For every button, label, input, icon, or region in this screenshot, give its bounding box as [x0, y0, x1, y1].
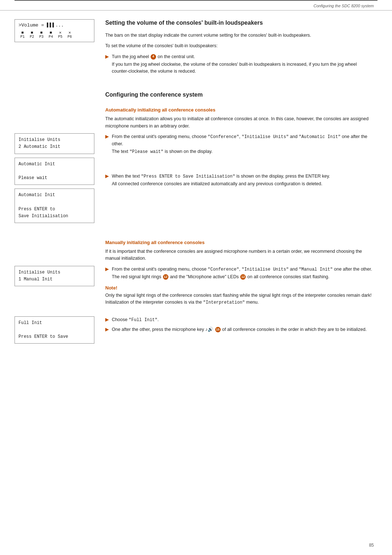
page-header: Configuring the SDC 8200 system	[0, 1, 392, 11]
manual-init-right1: ▶ From the central unit's operating menu…	[102, 266, 374, 311]
subsection1-para1: The automatic initialization allows you …	[105, 116, 374, 130]
auto-init-right1: ▶ From the central unit's operating menu…	[102, 133, 374, 191]
badge-4: 4	[151, 54, 156, 60]
bullet-arrow-auto2: ▶	[105, 173, 109, 179]
header-text: Configuring the SDC 8200 system	[314, 4, 374, 8]
bullet-arrow-man3: ▶	[105, 327, 109, 332]
p-label-6: P6	[66, 35, 74, 39]
subsection1-bullet2-text: When the text "Press ENTER to Save Initi…	[112, 173, 330, 188]
section2-title-wrapper: Configuring the conference system	[15, 91, 374, 99]
auto-init-left1: Initialise Units 2 Automatic Init Automa…	[15, 133, 102, 227]
section-spacer	[15, 84, 374, 91]
display-box-5: Full Init Press ENTER to Save	[15, 316, 94, 344]
display3-line1: Automatic Init	[19, 192, 90, 199]
p-label-5: P5	[56, 35, 64, 39]
display2-line1: Automatic Init	[19, 161, 90, 168]
bullet-arrow-auto1: ▶	[105, 134, 109, 139]
subsection1-bullet2: ▶ When the text "Press ENTER to Save Ini…	[105, 173, 374, 188]
section1-title: Setting the volume of the consoles' buil…	[105, 19, 374, 27]
display3-line3: Press ENTER to	[19, 206, 90, 213]
subsection2-title: Manually initializing all conference con…	[105, 240, 374, 245]
icon-p1: ■	[19, 31, 26, 35]
section-volume-left: >Volume = ▌▌▌... ■ ■ ■ ■ ✕ ✕ P1	[15, 19, 102, 46]
display5-line2	[19, 327, 90, 333]
volume-text: >Volume = ▌▌▌...	[19, 23, 64, 28]
section-volume-right: Setting the volume of the consoles' buil…	[102, 19, 374, 78]
subsection2-para1: If it is important that the conference c…	[105, 248, 374, 262]
icon-and-labels: ■ ■ ■ ■ ✕ ✕ P1 P2 P3 P4 P5	[19, 30, 90, 39]
page-number: 85	[369, 543, 374, 548]
subsection2-bullet1-sub: The red signal light rings 12 and the "M…	[112, 274, 372, 280]
display2-line2	[19, 168, 90, 175]
auto-init-row1: Initialise Units 2 Automatic Init Automa…	[15, 133, 374, 227]
display5-line3: Press ENTER to Save	[19, 333, 90, 340]
subsection2-bullet1: ▶ From the central unit's operating menu…	[105, 266, 374, 281]
display3-line4: Save Initialisation	[19, 213, 90, 220]
full-init-row: Full Init Press ENTER to Save ▶ Choose "…	[15, 316, 374, 348]
p-label-2: P2	[28, 35, 36, 39]
subsection1-bullet2-sub: All connected conference consoles are in…	[112, 181, 330, 187]
display-box-3: Automatic Init Press ENTER to Save Initi…	[15, 189, 94, 223]
section1-intro2: To set the volume of the consoles' built…	[105, 42, 374, 49]
icon-p5: ✕	[56, 30, 64, 35]
display4-line1: Initialise Units	[19, 269, 90, 276]
note-box: Note! Only the signal light rings of the…	[105, 285, 374, 306]
subsection2-title-wrapper: Manually initializing all conference con…	[15, 240, 374, 262]
manual-init-left1: Initialise Units 1 Manual Init	[15, 266, 102, 290]
manual-init-row1: Initialise Units 1 Manual Init ▶ From th…	[15, 266, 374, 311]
subsection1-bullet1-text: From the central unit's operating menu, …	[112, 133, 374, 155]
display1-line2: 2 Automatic Init	[19, 143, 90, 150]
badge-12a: 12	[163, 274, 168, 280]
full-init-left: Full Init Press ENTER to Save	[15, 316, 102, 348]
full-init-right: ▶ Choose "Full Init". ▶ One after the ot…	[102, 316, 374, 336]
display2-line3: Please wait	[19, 175, 90, 182]
p-label-4: P4	[47, 35, 55, 39]
icon-p3: ■	[37, 31, 45, 35]
p-label-1: P1	[19, 35, 26, 39]
subsection2-bullet3-text: One after the other, press the microphon…	[112, 326, 367, 333]
spacer-between-subs	[15, 232, 374, 240]
icon-p2: ■	[28, 31, 36, 35]
display-box-2: Automatic Init Please wait	[15, 158, 94, 185]
icon-p6: ✕	[66, 30, 74, 35]
display5-line1: Full Init	[19, 320, 90, 327]
bullet-arrow-man2: ▶	[105, 317, 109, 322]
display1-line1: Initialise Units	[19, 137, 90, 143]
badge-12b: 12	[240, 274, 246, 280]
spacer-auto2	[105, 166, 374, 173]
icon-p4: ■	[47, 31, 55, 35]
spacer-sm-1	[15, 104, 374, 107]
p-label-3: P3	[37, 35, 45, 39]
p-labels-row: P1 P2 P3 P4 P5 P6	[19, 35, 90, 39]
section1-bullet1-text: Turn the jog wheel 4 on the central unit…	[112, 53, 374, 75]
bullet-arrow-1: ▶	[105, 54, 109, 59]
subsection2-bullet3: ▶ One after the other, press the microph…	[105, 326, 374, 333]
display3-line2	[19, 199, 90, 206]
spacer-auto	[105, 158, 374, 166]
section2-title: Configuring the conference system	[105, 91, 374, 99]
display4-line2: 1 Manual Init	[19, 276, 90, 283]
subsection2-bullet2: ▶ Choose "Full Init".	[105, 316, 374, 324]
section1-intro1: The bars on the start display indicate t…	[105, 32, 374, 39]
subsection1-title-wrapper: Automatically initializing all conferenc…	[15, 107, 374, 130]
icon-row: ■ ■ ■ ■ ✕ ✕	[19, 30, 90, 35]
section-volume: >Volume = ▌▌▌... ■ ■ ■ ■ ✕ ✕ P1	[15, 19, 374, 78]
note-title: Note!	[105, 285, 374, 291]
volume-line: >Volume = ▌▌▌...	[19, 23, 90, 28]
subsection1-title: Automatically initializing all conferenc…	[105, 107, 374, 113]
volume-display-box: >Volume = ▌▌▌... ■ ■ ■ ■ ✕ ✕ P1	[15, 19, 94, 42]
subsection2-bullet2-text: Choose "Full Init".	[112, 316, 159, 324]
subsection1-bullet1-sub: The text "Please wait" is shown on the d…	[112, 148, 374, 155]
page: Configuring the SDC 8200 system >Volume …	[0, 0, 392, 555]
subsection2-bullet1-text: From the central unit's operating menu, …	[112, 266, 372, 281]
bullet-arrow-man1: ▶	[105, 266, 109, 272]
display-box-1: Initialise Units 2 Automatic Init	[15, 133, 94, 154]
display-box-4: Initialise Units 1 Manual Init	[15, 266, 94, 286]
section1-bullet1: ▶ Turn the jog wheel 4 on the central un…	[105, 53, 374, 75]
subsection1-bullet1: ▶ From the central unit's operating menu…	[105, 133, 374, 155]
section1-bullet1-sub: If you turn the jog wheel clockwise, the…	[112, 61, 374, 75]
badge-15: 15	[215, 327, 221, 332]
note-text: Only the signal light rings of the confe…	[105, 292, 374, 306]
